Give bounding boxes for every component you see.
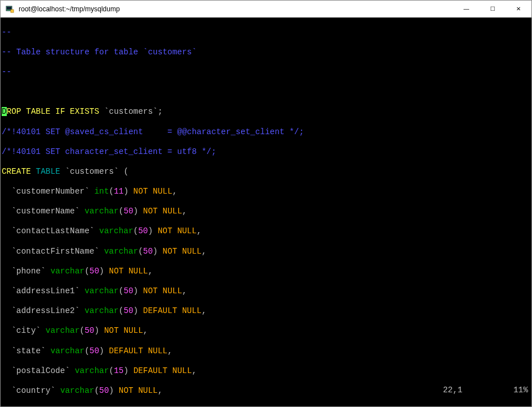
window-controls: — ☐ ✕ [453, 1, 531, 17]
sql-comment: /*!40101 SET character_set_client = utf8… [2, 147, 216, 156]
scroll-percent: 11% [513, 385, 528, 396]
sql-keyword: TABLE [36, 167, 60, 176]
terminal-area[interactable]: -- -- Table structure for table `custome… [1, 18, 531, 406]
putty-icon [5, 5, 14, 14]
col-name: `customerNumber` [2, 187, 95, 196]
sql-keyword: CREATE [2, 167, 31, 176]
maximize-button[interactable]: ☐ [479, 1, 505, 17]
svg-rect-1 [7, 7, 11, 10]
window-title: root@localhost:~/tmp/mysqldump [18, 5, 453, 13]
window-titlebar: root@localhost:~/tmp/mysqldump — ☐ ✕ [1, 1, 531, 18]
vim-status-bar: 22,111% [423, 375, 528, 405]
sql-keyword: ROP TABLE IF EXISTS [7, 107, 100, 116]
sql-comment: -- [2, 67, 11, 76]
sql-ident: `customers` [99, 107, 157, 116]
cursor-position: 22,1 [443, 385, 462, 396]
col-type: int [95, 187, 109, 196]
sql-comment: -- [2, 28, 11, 37]
close-button[interactable]: ✕ [505, 1, 531, 17]
svg-rect-2 [11, 10, 14, 12]
sql-comment: -- Table structure for table `customers` [2, 48, 197, 57]
sql-comment: /*!40101 SET @saved_cs_client = @@charac… [2, 127, 304, 136]
minimize-button[interactable]: — [453, 1, 479, 17]
cursor: D [2, 107, 7, 116]
